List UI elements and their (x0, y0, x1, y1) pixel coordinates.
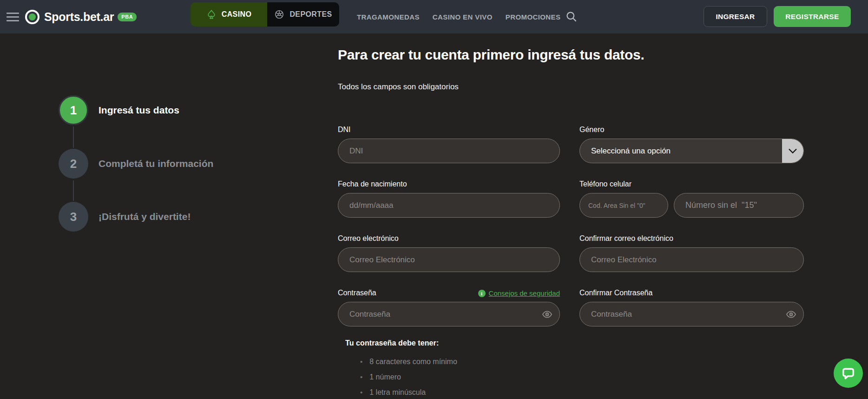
step-2-label: Completá tu información (99, 149, 213, 179)
brand-name: Sports.bet.ar (44, 10, 114, 24)
live-chat-button[interactable] (834, 359, 863, 388)
spade-icon (206, 9, 217, 20)
telefono-label: Teléfono celular (579, 180, 631, 188)
contrasena-input[interactable] (338, 302, 560, 326)
register-button[interactable]: REGISTRARSE (774, 6, 851, 27)
contrasena-label: Contraseña (338, 289, 376, 297)
top-navbar: Sports.bet.ar PBA CASINO DEPORTES TRAGAM… (0, 0, 868, 33)
registration-form: DNI Género Seleccioná una opción Fecha d… (338, 125, 804, 343)
genero-select[interactable]: Seleccioná una opción (579, 139, 804, 163)
chat-bubble-icon (841, 366, 856, 381)
step-3-label: ¡Disfrutá y divertite! (99, 202, 191, 232)
hamburger-menu-icon[interactable] (7, 10, 19, 24)
step-1-label: Ingresá tus datos (99, 95, 179, 125)
eye-icon[interactable] (542, 309, 552, 319)
tab-casino-label: CASINO (222, 10, 252, 19)
nav-link-tragamonedas[interactable]: TRAGAMONEDAS (357, 13, 420, 21)
field-fecha-nacimiento: Fecha de nacimiento (338, 180, 560, 218)
search-icon[interactable] (565, 10, 578, 24)
page-subtitle: Todos los campos son obligatorios (338, 82, 459, 92)
password-rule-item: 1 letra minúscula (360, 385, 457, 399)
field-confirmar-correo: Confirmar correo electrónico (579, 234, 804, 272)
nav-link-promociones[interactable]: PROMOCIONES (506, 13, 561, 21)
confirmar-contrasena-label: Confirmar Contraseña (579, 289, 652, 297)
brand-logo[interactable]: Sports.bet.ar PBA (25, 0, 137, 33)
genero-label: Género (579, 126, 604, 134)
step-3-circle: 3 (59, 202, 88, 232)
tab-deportes[interactable]: DEPORTES (267, 2, 339, 27)
fecha-nacimiento-input[interactable] (338, 193, 560, 218)
security-tips-link[interactable]: Consejos de seguridad (478, 289, 560, 297)
step-connector (73, 126, 74, 148)
telefono-numero-input[interactable] (674, 193, 804, 218)
eye-icon[interactable] (786, 309, 796, 319)
main-nav: TRAGAMONEDAS CASINO EN VIVO PROMOCIONES (357, 0, 560, 33)
genero-selected-value: Seleccioná una opción (580, 146, 782, 156)
chevron-down-icon (782, 139, 803, 163)
nav-link-casino-en-vivo[interactable]: CASINO EN VIVO (433, 13, 493, 21)
registration-page: Sports.bet.ar PBA CASINO DEPORTES TRAGAM… (0, 0, 868, 399)
ball-icon (274, 9, 284, 20)
password-rules: Tu contraseña debe tener: 8 caracteres c… (345, 339, 457, 399)
field-genero: Género Seleccioná una opción (579, 125, 804, 163)
correo-input[interactable] (338, 247, 560, 272)
dni-input[interactable] (338, 139, 560, 163)
brand-circle-icon (25, 10, 39, 24)
telefono-area-input[interactable] (579, 193, 668, 218)
correo-label: Correo electrónico (338, 234, 399, 243)
security-tips-text: Consejos de seguridad (489, 289, 560, 297)
login-button[interactable]: INGRESAR (704, 6, 767, 27)
password-rule-item: 1 número (360, 369, 457, 385)
info-icon (478, 290, 486, 297)
product-switcher: CASINO DEPORTES (191, 2, 339, 27)
field-confirmar-contrasena: Confirmar Contraseña (579, 288, 804, 326)
fecha-nacimiento-label: Fecha de nacimiento (338, 180, 407, 188)
password-rules-title: Tu contraseña debe tener: (345, 339, 457, 347)
password-rule-item: 8 caracteres como mínimo (360, 354, 457, 369)
step-1-circle: 1 (59, 95, 88, 125)
page-title: Para crear tu cuenta primero ingresá tus… (338, 47, 737, 63)
step-connector (73, 180, 74, 201)
tab-deportes-label: DEPORTES (289, 10, 332, 19)
dni-label: DNI (338, 126, 351, 134)
brand-badge: PBA (118, 13, 137, 21)
field-dni: DNI (338, 125, 560, 163)
confirmar-correo-input[interactable] (579, 247, 804, 272)
field-correo: Correo electrónico (338, 234, 560, 272)
tab-casino[interactable]: CASINO (191, 2, 267, 27)
step-2-circle: 2 (59, 149, 88, 179)
confirmar-contrasena-input[interactable] (579, 302, 804, 326)
field-telefono: Teléfono celular (579, 180, 804, 218)
confirmar-correo-label: Confirmar correo electrónico (579, 234, 673, 243)
field-contrasena: Contraseña Consejos de seguridad (338, 288, 560, 326)
